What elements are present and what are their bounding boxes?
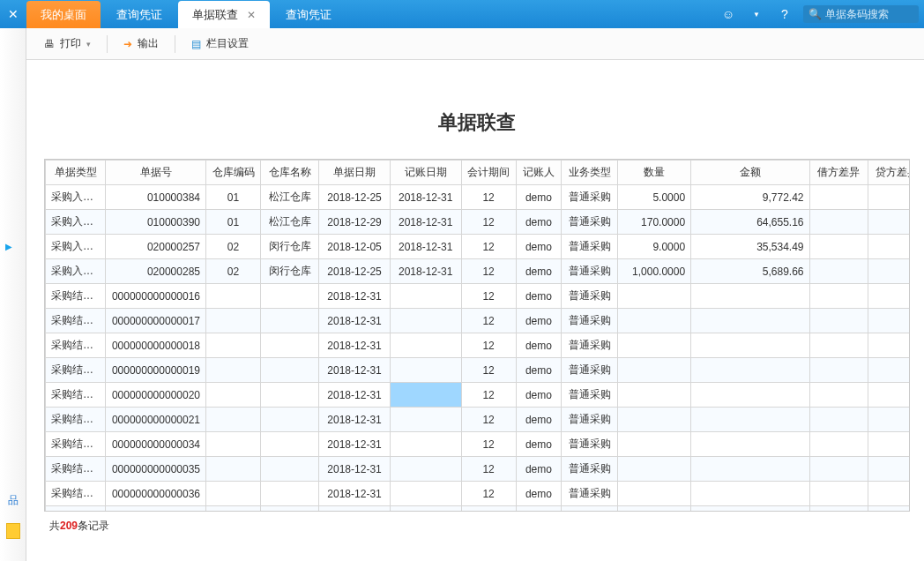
left-rail: ▶ 品 <box>0 28 26 60</box>
topbar: ✕ 我的桌面查询凭证单据联查✕查询凭证 ☺ ▼ ? 🔍 <box>0 0 924 28</box>
tab-label: 我的桌面 <box>41 7 86 23</box>
smile-icon[interactable]: ☺ <box>719 4 738 24</box>
search-icon: 🔍 <box>808 8 822 20</box>
search-input[interactable] <box>825 8 913 20</box>
printer-icon: 🖶 <box>44 38 55 50</box>
tab-2[interactable]: 单据联查✕ <box>178 1 270 28</box>
toolbar: 🖶 打印 ▾ ➜ 输出 ▤ 栏目设置 <box>0 28 924 60</box>
separator <box>175 35 175 53</box>
print-label: 打印 <box>60 36 81 51</box>
search-box[interactable]: 🔍 <box>803 5 919 23</box>
columns-button[interactable]: ▤ 栏目设置 <box>191 36 249 51</box>
tab-label: 查询凭证 <box>286 7 332 23</box>
tab-label: 单据联查 <box>192 7 238 23</box>
tab-label: 查询凭证 <box>116 7 162 23</box>
columns-label: 栏目设置 <box>206 36 249 51</box>
tab-1[interactable]: 查询凭证 <box>102 1 176 28</box>
print-dropdown-icon[interactable]: ▾ <box>86 40 91 49</box>
close-icon[interactable]: ✕ <box>0 0 26 28</box>
columns-icon: ▤ <box>191 38 201 50</box>
print-button[interactable]: 🖶 打印 ▾ <box>44 36 91 51</box>
export-button[interactable]: ➜ 输出 <box>123 36 159 51</box>
tab-0[interactable]: 我的桌面 <box>26 1 101 28</box>
help-icon[interactable]: ? <box>775 4 794 24</box>
tab-3[interactable]: 查询凭证 <box>272 1 346 28</box>
separator <box>107 35 108 53</box>
topbar-right: ☺ ▼ ? 🔍 <box>719 0 919 28</box>
tab-close-icon[interactable]: ✕ <box>247 9 256 21</box>
export-icon: ➜ <box>123 38 132 50</box>
tab-container: 我的桌面查询凭证单据联查✕查询凭证 <box>26 0 347 28</box>
smile-dropdown-icon[interactable]: ▼ <box>747 4 766 24</box>
export-label: 输出 <box>138 36 159 51</box>
